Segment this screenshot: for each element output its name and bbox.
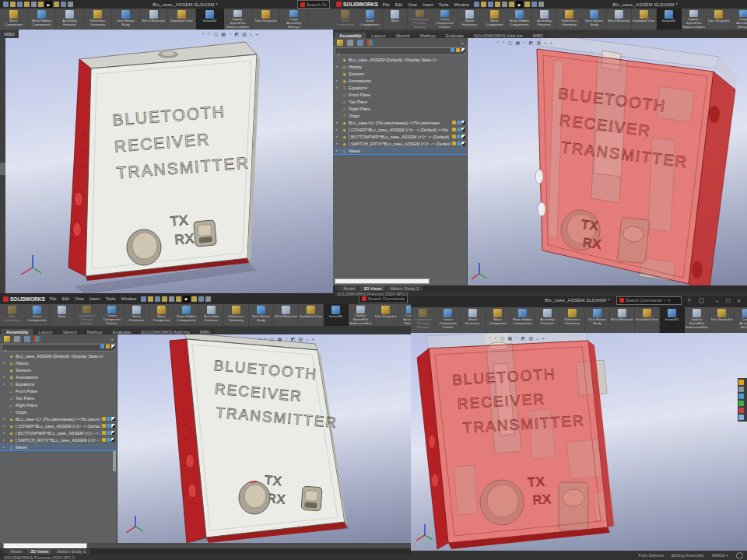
toolbar-button[interactable]: Exploded View xyxy=(168,9,196,30)
view-settings-icon[interactable] xyxy=(255,32,258,37)
toolbar-button[interactable]: Large Assembly Settings xyxy=(731,9,747,30)
undo-icon[interactable] xyxy=(31,2,37,7)
open-doc-icon[interactable] xyxy=(148,296,153,302)
toolbar-button[interactable]: Take Snapshot xyxy=(707,9,731,30)
displaymanager-tab-icon[interactable] xyxy=(367,40,374,46)
toolbar-button[interactable]: Bill of Materials xyxy=(140,9,168,30)
apply-scene-icon[interactable] xyxy=(250,32,253,37)
tree-component-item[interactable]: ▸ ◆ BLx_case<1> (По умолчанию) <<По умол… xyxy=(333,119,467,126)
tree-item[interactable]: ◉ Sensors xyxy=(0,366,117,373)
hide-show-items-icon[interactable] xyxy=(291,336,296,341)
heads-up-view-toolbar[interactable] xyxy=(258,336,314,341)
toolbar-button[interactable]: New Motion Study xyxy=(249,304,274,326)
toolbar-button[interactable]: Reference Geometry xyxy=(560,307,585,333)
edit-appearance-icon[interactable] xyxy=(536,40,541,45)
tab-scroll-grip[interactable]: ⠿⠿ xyxy=(335,286,338,291)
design-library-icon[interactable] xyxy=(738,380,744,385)
open-doc-icon[interactable] xyxy=(10,2,16,7)
hide-show-items-icon[interactable] xyxy=(529,40,534,45)
edit-appearance-icon[interactable] xyxy=(298,336,303,341)
rebuild-icon[interactable] xyxy=(176,296,181,302)
view-settings-icon[interactable] xyxy=(550,40,553,45)
toolbar-button[interactable]: Take Snapshot xyxy=(710,307,735,333)
menu-item[interactable]: View xyxy=(72,296,86,301)
user-account-button[interactable]: ◯ xyxy=(696,296,707,305)
units-dropdown[interactable]: MMGS xyxy=(712,553,728,558)
tab-mbd[interactable]: MBD xyxy=(0,30,19,38)
tree-component-item[interactable]: ▸ ◆ [ SWITCH_RXTX^BLx_case_ASSEM ]<2> ->… xyxy=(333,140,467,147)
toolbar-button[interactable]: Exploded View xyxy=(632,9,657,30)
configurationmanager-tab-icon[interactable] xyxy=(357,40,363,46)
panel-collapse-arrow-icon[interactable]: ◂ xyxy=(110,337,113,341)
toolbar-button[interactable]: Exploded View xyxy=(299,304,324,326)
select-cursor-icon[interactable] xyxy=(183,296,190,303)
display-style-icon[interactable] xyxy=(285,337,288,341)
heads-up-view-toolbar[interactable] xyxy=(202,31,258,37)
view-orientation-icon[interactable] xyxy=(507,335,512,341)
task-pane-strip[interactable] xyxy=(738,378,747,422)
help-button[interactable]: ? xyxy=(684,296,694,305)
tree-component-item[interactable]: ▸ ◆ [ COVER^BLx_case_ASSEM ]<1> -> (Defa… xyxy=(0,422,117,429)
section-view-icon[interactable] xyxy=(508,40,513,45)
toolbar-button[interactable]: Reference Geometry xyxy=(557,9,582,30)
tree-item[interactable]: ▸ ▣ Annotations xyxy=(333,77,467,84)
zoom-area-icon[interactable] xyxy=(494,335,496,341)
tree-item[interactable]: ▱ Front Plane xyxy=(0,387,117,394)
toolbar-button[interactable]: Linear Component Pattern xyxy=(436,307,461,333)
apply-scene-icon[interactable] xyxy=(544,40,547,45)
toolbar-button[interactable]: Update SpeedPak Subassemblies xyxy=(682,9,707,30)
file-explorer-icon[interactable] xyxy=(738,387,744,392)
restore-button[interactable]: ▢ xyxy=(723,296,733,305)
tree-item[interactable]: ▱ Right Plane xyxy=(0,401,117,408)
document-tab[interactable]: Motion Study 1 xyxy=(386,285,423,291)
toolbar-button[interactable]: New Motion Study xyxy=(585,307,610,333)
menu-item[interactable]: Tools xyxy=(437,2,451,7)
toolbar-button[interactable]: Large Assembly Settings xyxy=(280,9,308,30)
menu-item[interactable]: Insert xyxy=(420,2,436,7)
tree-mates-item[interactable]: ▸ Mates xyxy=(0,443,117,451)
tree-filter-bar[interactable] xyxy=(335,47,465,55)
toolbar-button[interactable]: Exploded View xyxy=(635,307,660,333)
traffic-light-icon[interactable] xyxy=(191,296,197,302)
graphics-viewport[interactable]: BLUETOOTH RECEIVER TRANSMITTER TX RX xyxy=(117,334,411,543)
print-icon[interactable] xyxy=(24,2,30,7)
minimize-button[interactable]: – xyxy=(712,296,722,305)
menu-item[interactable]: Window xyxy=(452,2,472,7)
new-doc-icon[interactable] xyxy=(3,2,9,7)
new-doc-icon[interactable] xyxy=(474,2,479,7)
edit-appearance-icon[interactable] xyxy=(528,335,533,341)
tree-component-item[interactable]: ▸ ◆ BLx_case<1> (По умолчанию) <<По умол… xyxy=(0,415,117,422)
globe-icon[interactable] xyxy=(736,552,743,559)
view-orientation-icon[interactable] xyxy=(221,31,226,37)
toolbar-button[interactable]: Bill of Materials xyxy=(610,307,635,333)
appearances-icon[interactable] xyxy=(738,401,744,406)
propertymanager-tab-icon[interactable] xyxy=(347,40,353,46)
tree-root-item[interactable]: BLx_case_ASSEM (Default) <Display State-… xyxy=(333,56,467,63)
appearance-icon[interactable] xyxy=(538,2,544,7)
collapsed-feature-panel[interactable] xyxy=(0,38,5,293)
rebuild-icon[interactable] xyxy=(509,2,514,7)
document-tab[interactable]: Motion Study 1 xyxy=(53,549,89,555)
heads-up-view-toolbar[interactable] xyxy=(489,335,545,341)
section-view-icon[interactable] xyxy=(270,336,275,341)
menu-item[interactable]: Tools xyxy=(103,296,118,301)
toolbar-button[interactable]: New Motion Study xyxy=(582,9,607,30)
display-style-icon[interactable] xyxy=(515,336,518,341)
new-doc-icon[interactable] xyxy=(141,296,146,302)
toolbar-button[interactable]: Linear Component Pattern xyxy=(433,9,458,30)
toolbar-button[interactable]: InstantID xyxy=(196,9,224,30)
configurationmanager-tab-icon[interactable] xyxy=(24,336,30,342)
tree-item[interactable]: ⌖ Origin xyxy=(333,112,467,119)
toolbar-button[interactable]: Update SpeedPak Subassemblies xyxy=(349,304,374,326)
tree-item[interactable]: ▸ ▣ Annotations xyxy=(0,373,117,380)
tree-root-item[interactable]: BLx_case_ASSEM (Default) <Display State-… xyxy=(0,352,117,359)
toolbar-button[interactable]: Insert Components xyxy=(25,304,50,326)
heads-up-view-toolbar[interactable] xyxy=(496,40,552,45)
document-tab[interactable]: Model xyxy=(339,285,359,291)
tab-scroll-grip[interactable]: ⠿⠿ xyxy=(2,549,5,554)
rebuild-icon[interactable] xyxy=(38,2,44,7)
toolbar-button[interactable]: Assembly Features xyxy=(199,304,224,326)
menu-item[interactable]: Window xyxy=(119,296,139,301)
toolbar-button[interactable]: Show Hidden Components xyxy=(507,9,532,30)
document-tab[interactable]: Model xyxy=(6,549,26,555)
